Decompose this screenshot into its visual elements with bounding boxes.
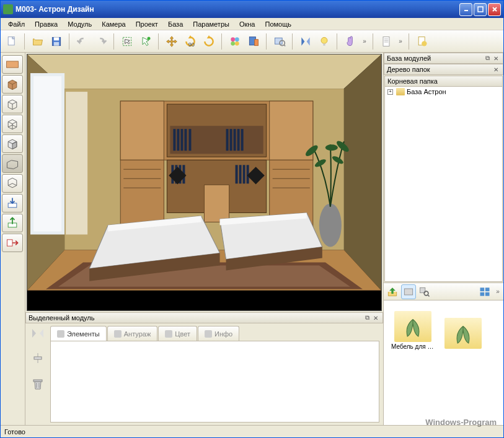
menu-base[interactable]: База bbox=[163, 19, 188, 29]
texture-button[interactable] bbox=[245, 33, 262, 50]
svg-line-97 bbox=[428, 295, 430, 297]
folder-tree[interactable]: Корневая папка + База Астрон bbox=[384, 76, 503, 282]
maximize-button[interactable] bbox=[474, 3, 487, 16]
svg-rect-98 bbox=[480, 287, 485, 291]
svg-point-96 bbox=[424, 291, 428, 296]
save-button[interactable] bbox=[48, 33, 65, 50]
svg-point-9 bbox=[148, 37, 151, 40]
panel-close-icon[interactable]: ✕ bbox=[492, 54, 500, 63]
module-base-title: База модулей bbox=[387, 55, 431, 62]
svg-rect-56 bbox=[241, 129, 244, 151]
svg-rect-101 bbox=[485, 292, 490, 296]
browser-content[interactable]: Мебель для д... bbox=[384, 300, 503, 425]
left-toolbar bbox=[1, 53, 25, 425]
box-shade-tool[interactable] bbox=[2, 134, 23, 153]
info-icon bbox=[205, 330, 212, 338]
undo-button[interactable] bbox=[74, 33, 91, 50]
export-button[interactable] bbox=[413, 33, 431, 50]
browser-view-button[interactable] bbox=[401, 284, 416, 299]
panel-pin-icon[interactable]: ⧉ bbox=[363, 313, 371, 322]
svg-rect-46 bbox=[170, 126, 263, 154]
viewport-3d[interactable] bbox=[27, 54, 382, 311]
box-solid-tool[interactable] bbox=[2, 75, 23, 94]
svg-rect-74 bbox=[204, 185, 229, 222]
svg-point-11 bbox=[231, 37, 235, 42]
light-button[interactable] bbox=[316, 33, 333, 50]
menu-help[interactable]: Помощь bbox=[260, 19, 296, 29]
export-right-tool[interactable] bbox=[2, 234, 23, 252]
close-button[interactable] bbox=[488, 3, 501, 16]
selected-module-header: Выделенный модуль ⧉ ✕ bbox=[25, 312, 383, 323]
minimize-button[interactable] bbox=[459, 3, 472, 16]
trash-tool-icon[interactable] bbox=[30, 377, 45, 393]
export-up-tool[interactable] bbox=[2, 214, 23, 232]
menu-file[interactable]: Файл bbox=[3, 19, 30, 29]
hand-button[interactable] bbox=[342, 33, 359, 50]
mirror-button[interactable] bbox=[297, 33, 314, 50]
menu-camera[interactable]: Камера bbox=[97, 19, 130, 29]
slider-tool-icon[interactable] bbox=[30, 352, 45, 366]
browser-search-button[interactable] bbox=[417, 284, 432, 299]
statusbar: Готово bbox=[1, 425, 503, 437]
tab-info[interactable]: Инфо bbox=[198, 326, 239, 341]
tab-elements[interactable]: Элементы bbox=[50, 326, 107, 341]
svg-rect-51 bbox=[188, 129, 191, 151]
svg-rect-48 bbox=[177, 129, 179, 151]
box-wire4-tool[interactable] bbox=[2, 174, 23, 193]
toolbar-more-1[interactable]: » bbox=[360, 38, 369, 45]
tab-entourage[interactable]: Антураж bbox=[107, 326, 158, 341]
rotate90-button[interactable]: 90 bbox=[182, 33, 199, 50]
box-wire-tool[interactable] bbox=[2, 95, 23, 113]
browser-up-button[interactable] bbox=[385, 284, 400, 299]
menu-params[interactable]: Параметры bbox=[188, 19, 234, 29]
wall-tool[interactable] bbox=[2, 55, 23, 74]
toolbar-more-2[interactable]: » bbox=[396, 38, 405, 45]
tab-color[interactable]: Цвет bbox=[158, 326, 197, 341]
rotate-button[interactable] bbox=[200, 33, 218, 50]
menu-windows[interactable]: Окна bbox=[234, 19, 260, 29]
folder-icon bbox=[396, 88, 405, 95]
svg-rect-91 bbox=[33, 380, 42, 382]
menu-project[interactable]: Проект bbox=[131, 19, 163, 29]
svg-marker-32 bbox=[27, 55, 381, 89]
window-title: М003- Астрон Дизайн bbox=[15, 5, 458, 14]
svg-text:90: 90 bbox=[188, 42, 195, 48]
select-rect-button[interactable] bbox=[118, 33, 136, 50]
svg-rect-41 bbox=[33, 76, 61, 231]
mirror-tool-icon[interactable] bbox=[30, 327, 45, 341]
svg-rect-53 bbox=[230, 129, 232, 151]
browser-layout-button[interactable] bbox=[477, 284, 492, 299]
palette-icon bbox=[165, 330, 172, 338]
app-icon bbox=[3, 4, 13, 14]
materials-button[interactable] bbox=[226, 33, 244, 50]
redo-button[interactable] bbox=[92, 33, 110, 50]
tree-item[interactable]: + База Астрон bbox=[385, 87, 502, 97]
report-button[interactable] bbox=[378, 33, 395, 50]
svg-rect-90 bbox=[34, 357, 42, 359]
box-wire2-tool[interactable] bbox=[2, 115, 23, 133]
panel-close-icon[interactable]: ✕ bbox=[492, 65, 500, 74]
new-button[interactable] bbox=[3, 33, 20, 50]
import-tool[interactable] bbox=[2, 194, 23, 212]
panel-close-icon[interactable]: ✕ bbox=[371, 313, 380, 322]
menu-module[interactable]: Модуль bbox=[63, 19, 97, 29]
expand-icon[interactable]: + bbox=[387, 89, 393, 95]
folder-tree-title: Дерево папок bbox=[387, 66, 430, 73]
menu-edit[interactable]: Правка bbox=[30, 19, 63, 29]
tree-item-label: База Астрон bbox=[407, 88, 446, 95]
box-wire3-tool[interactable] bbox=[2, 154, 23, 173]
svg-rect-21 bbox=[323, 43, 325, 45]
svg-rect-50 bbox=[184, 129, 187, 151]
panel-pin-icon[interactable]: ⧉ bbox=[483, 54, 492, 63]
view-button[interactable] bbox=[271, 33, 288, 50]
move-button[interactable] bbox=[163, 33, 180, 50]
menubar: Файл Правка Модуль Камера Проект База Па… bbox=[1, 18, 503, 30]
select-arrow-button[interactable] bbox=[137, 33, 154, 50]
svg-point-27 bbox=[422, 41, 427, 46]
selected-module-title: Выделенный модуль bbox=[29, 314, 94, 322]
browser-item[interactable]: Мебель для д... bbox=[391, 311, 435, 350]
browser-item[interactable] bbox=[441, 318, 485, 350]
browser-more[interactable]: » bbox=[493, 288, 502, 295]
open-button[interactable] bbox=[29, 33, 46, 50]
browser-item-label: Мебель для д... bbox=[391, 343, 435, 350]
